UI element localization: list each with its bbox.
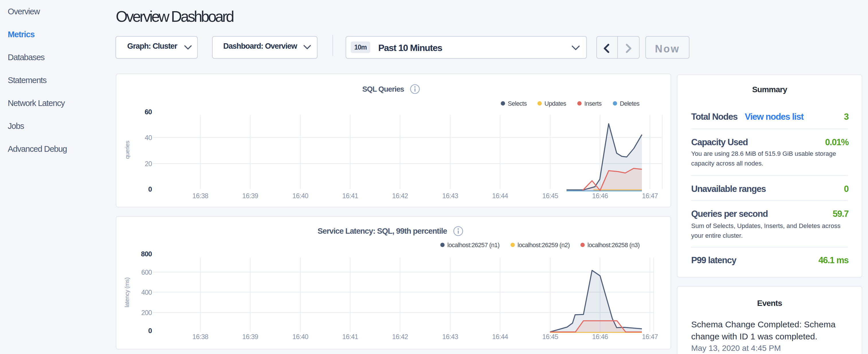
svg-text:localhost:26258 (n3): localhost:26258 (n3) xyxy=(587,242,640,249)
svg-text:Updates: Updates xyxy=(545,100,566,107)
svg-text:16:41: 16:41 xyxy=(342,192,358,200)
svg-text:16:39: 16:39 xyxy=(242,192,258,200)
svg-text:0: 0 xyxy=(148,327,152,334)
svg-text:Deletes: Deletes xyxy=(620,100,639,107)
svg-text:16:45: 16:45 xyxy=(542,192,558,200)
svg-text:400: 400 xyxy=(141,289,152,296)
svg-text:localhost:26259 (n2): localhost:26259 (n2) xyxy=(518,242,570,249)
svg-text:40: 40 xyxy=(145,134,152,141)
svg-text:16:42: 16:42 xyxy=(392,192,408,200)
svg-text:16:38: 16:38 xyxy=(192,333,208,341)
svg-text:20: 20 xyxy=(145,160,152,167)
svg-text:16:38: 16:38 xyxy=(192,192,208,200)
svg-text:16:47: 16:47 xyxy=(642,192,658,200)
svg-text:16:44: 16:44 xyxy=(492,333,508,341)
svg-text:600: 600 xyxy=(141,269,152,276)
svg-text:16:45: 16:45 xyxy=(542,333,558,341)
svg-text:SQL Queries: SQL Queries xyxy=(362,85,404,93)
svg-text:16:43: 16:43 xyxy=(442,192,458,200)
svg-text:Selects: Selects xyxy=(508,100,527,107)
svg-text:16:41: 16:41 xyxy=(342,333,358,341)
svg-text:16:40: 16:40 xyxy=(292,192,308,200)
svg-text:800: 800 xyxy=(141,250,152,258)
svg-text:16:44: 16:44 xyxy=(492,192,508,200)
svg-text:60: 60 xyxy=(145,108,152,116)
svg-text:queries: queries xyxy=(124,141,130,159)
svg-text:localhost:26257 (n1): localhost:26257 (n1) xyxy=(447,242,499,249)
svg-text:16:47: 16:47 xyxy=(642,333,658,341)
svg-text:16:42: 16:42 xyxy=(392,333,408,341)
svg-text:16:46: 16:46 xyxy=(592,192,608,200)
svg-text:16:40: 16:40 xyxy=(292,333,308,341)
svg-text:16:46: 16:46 xyxy=(592,333,608,341)
svg-text:200: 200 xyxy=(141,309,152,317)
svg-text:Service Latency: SQL, 99th per: Service Latency: SQL, 99th percentile xyxy=(317,227,447,235)
svg-text:0: 0 xyxy=(148,185,152,193)
svg-text:Inserts: Inserts xyxy=(584,100,601,107)
svg-text:latency (ms): latency (ms) xyxy=(124,278,130,307)
svg-text:16:39: 16:39 xyxy=(242,333,258,341)
svg-text:16:43: 16:43 xyxy=(442,333,458,341)
